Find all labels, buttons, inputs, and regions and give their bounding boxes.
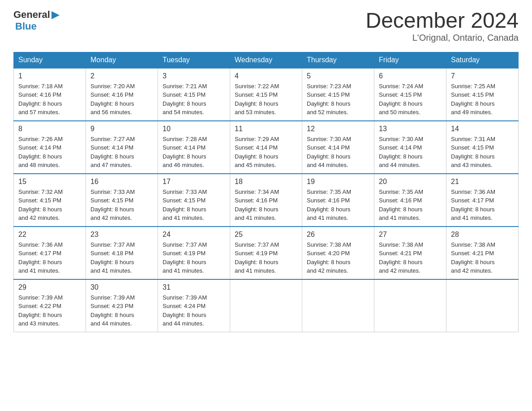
sunrise-label: Sunrise: 7:18 AM [18, 83, 63, 90]
sunrise-label: Sunrise: 7:38 AM [307, 241, 351, 248]
sunrise-label: Sunrise: 7:37 AM [235, 241, 279, 248]
daylight-label: Daylight: 8 hours [163, 259, 206, 265]
table-row: 29 Sunrise: 7:39 AM Sunset: 4:22 PM Dayl… [14, 279, 86, 332]
daylight-label: Daylight: 8 hours [379, 153, 423, 160]
day-info: Sunrise: 7:37 AM Sunset: 4:19 PM Dayligh… [235, 240, 297, 275]
daylight-label: Daylight: 8 hours [163, 100, 206, 107]
sunset-label: Sunset: 4:14 PM [235, 144, 278, 151]
table-row: 31 Sunrise: 7:39 AM Sunset: 4:24 PM Dayl… [158, 279, 230, 332]
day-info: Sunrise: 7:20 AM Sunset: 4:16 PM Dayligh… [90, 82, 153, 117]
daylight-minutes: and 57 minutes. [18, 109, 60, 116]
sunrise-label: Sunrise: 7:28 AM [163, 136, 207, 142]
sunrise-label: Sunrise: 7:35 AM [379, 188, 423, 195]
sunset-label: Sunset: 4:18 PM [90, 250, 133, 257]
sunrise-label: Sunrise: 7:22 AM [235, 83, 279, 90]
sunrise-label: Sunrise: 7:36 AM [18, 241, 63, 248]
title-block: December 2024 L'Orignal, Ontario, Canada [365, 9, 519, 43]
day-number: 24 [163, 231, 225, 239]
sunset-label: Sunset: 4:22 PM [18, 303, 61, 309]
sunset-label: Sunset: 4:17 PM [18, 250, 61, 257]
daylight-label: Daylight: 8 hours [90, 153, 134, 160]
sunset-label: Sunset: 4:16 PM [379, 197, 422, 204]
table-row: 30 Sunrise: 7:39 AM Sunset: 4:23 PM Dayl… [86, 279, 158, 332]
daylight-minutes: and 41 minutes. [451, 214, 493, 221]
table-row: 14 Sunrise: 7:31 AM Sunset: 4:15 PM Dayl… [446, 121, 519, 174]
table-row [446, 279, 519, 332]
daylight-minutes: and 48 minutes. [18, 162, 60, 168]
table-row: 11 Sunrise: 7:29 AM Sunset: 4:14 PM Dayl… [230, 121, 302, 174]
daylight-label: Daylight: 8 hours [163, 153, 206, 160]
daylight-label: Daylight: 8 hours [235, 259, 279, 265]
daylight-label: Daylight: 8 hours [90, 312, 134, 318]
daylight-minutes: and 49 minutes. [451, 109, 493, 116]
sunrise-label: Sunrise: 7:39 AM [163, 294, 207, 301]
sunrise-label: Sunrise: 7:38 AM [379, 241, 423, 248]
day-info: Sunrise: 7:29 AM Sunset: 4:14 PM Dayligh… [235, 135, 297, 170]
table-row: 27 Sunrise: 7:38 AM Sunset: 4:21 PM Dayl… [374, 227, 446, 279]
daylight-minutes: and 44 minutes. [307, 162, 348, 168]
daylight-label: Daylight: 8 hours [307, 206, 351, 213]
day-info: Sunrise: 7:36 AM Sunset: 4:17 PM Dayligh… [18, 240, 81, 275]
table-row: 3 Sunrise: 7:21 AM Sunset: 4:15 PM Dayli… [158, 68, 230, 121]
logo-text-blue: Blue [15, 21, 37, 32]
sunrise-label: Sunrise: 7:34 AM [235, 188, 279, 195]
sunrise-label: Sunrise: 7:23 AM [307, 83, 351, 90]
calendar-week-row: 1 Sunrise: 7:18 AM Sunset: 4:16 PM Dayli… [14, 68, 519, 121]
daylight-label: Daylight: 8 hours [451, 259, 495, 265]
day-info: Sunrise: 7:26 AM Sunset: 4:14 PM Dayligh… [18, 135, 81, 170]
daylight-label: Daylight: 8 hours [307, 153, 351, 160]
daylight-minutes: and 43 minutes. [451, 162, 493, 168]
calendar-week-row: 15 Sunrise: 7:32 AM Sunset: 4:15 PM Dayl… [14, 174, 519, 227]
day-info: Sunrise: 7:30 AM Sunset: 4:14 PM Dayligh… [307, 135, 369, 170]
table-row: 8 Sunrise: 7:26 AM Sunset: 4:14 PM Dayli… [14, 121, 86, 174]
day-number: 4 [235, 72, 297, 80]
day-number: 29 [18, 283, 81, 291]
sunrise-label: Sunrise: 7:30 AM [379, 136, 423, 142]
sunrise-label: Sunrise: 7:30 AM [307, 136, 351, 142]
table-row: 13 Sunrise: 7:30 AM Sunset: 4:14 PM Dayl… [374, 121, 446, 174]
logo: General Blue [13, 9, 61, 32]
daylight-minutes: and 42 minutes. [18, 214, 60, 221]
sunset-label: Sunset: 4:15 PM [163, 91, 206, 98]
day-info: Sunrise: 7:38 AM Sunset: 4:20 PM Dayligh… [307, 240, 369, 275]
day-number: 27 [379, 231, 442, 239]
day-info: Sunrise: 7:32 AM Sunset: 4:15 PM Dayligh… [18, 188, 81, 223]
sunset-label: Sunset: 4:14 PM [307, 144, 350, 151]
daylight-minutes: and 42 minutes. [307, 267, 348, 274]
table-row: 16 Sunrise: 7:33 AM Sunset: 4:15 PM Dayl… [86, 174, 158, 227]
col-wednesday: Wednesday [230, 52, 302, 68]
daylight-minutes: and 41 minutes. [235, 214, 276, 221]
day-info: Sunrise: 7:39 AM Sunset: 4:24 PM Dayligh… [163, 293, 225, 328]
table-row: 20 Sunrise: 7:35 AM Sunset: 4:16 PM Dayl… [374, 174, 446, 227]
day-number: 6 [379, 72, 442, 80]
logo-arrow-icon [51, 11, 61, 19]
day-number: 25 [235, 231, 297, 239]
col-sunday: Sunday [14, 52, 86, 68]
daylight-minutes: and 53 minutes. [235, 109, 276, 116]
daylight-minutes: and 43 minutes. [18, 320, 60, 327]
sunset-label: Sunset: 4:19 PM [163, 250, 206, 257]
table-row: 2 Sunrise: 7:20 AM Sunset: 4:16 PM Dayli… [86, 68, 158, 121]
day-info: Sunrise: 7:33 AM Sunset: 4:15 PM Dayligh… [163, 188, 225, 223]
day-info: Sunrise: 7:22 AM Sunset: 4:15 PM Dayligh… [235, 82, 297, 117]
col-monday: Monday [86, 52, 158, 68]
daylight-minutes: and 46 minutes. [163, 162, 204, 168]
daylight-label: Daylight: 8 hours [451, 153, 495, 160]
sunset-label: Sunset: 4:16 PM [18, 91, 61, 98]
day-info: Sunrise: 7:34 AM Sunset: 4:16 PM Dayligh… [235, 188, 297, 223]
day-number: 12 [307, 125, 369, 133]
day-number: 16 [90, 178, 153, 186]
day-info: Sunrise: 7:37 AM Sunset: 4:18 PM Dayligh… [90, 240, 153, 275]
daylight-minutes: and 41 minutes. [307, 214, 348, 221]
daylight-label: Daylight: 8 hours [163, 206, 206, 213]
day-info: Sunrise: 7:33 AM Sunset: 4:15 PM Dayligh… [90, 188, 153, 223]
table-row [302, 279, 374, 332]
day-info: Sunrise: 7:21 AM Sunset: 4:15 PM Dayligh… [163, 82, 225, 117]
daylight-label: Daylight: 8 hours [18, 100, 62, 107]
table-row: 9 Sunrise: 7:27 AM Sunset: 4:14 PM Dayli… [86, 121, 158, 174]
day-number: 22 [18, 231, 81, 239]
sunrise-label: Sunrise: 7:20 AM [90, 83, 135, 90]
daylight-label: Daylight: 8 hours [307, 100, 351, 107]
calendar-table: Sunday Monday Tuesday Wednesday Thursday… [13, 52, 519, 332]
day-number: 28 [451, 231, 514, 239]
